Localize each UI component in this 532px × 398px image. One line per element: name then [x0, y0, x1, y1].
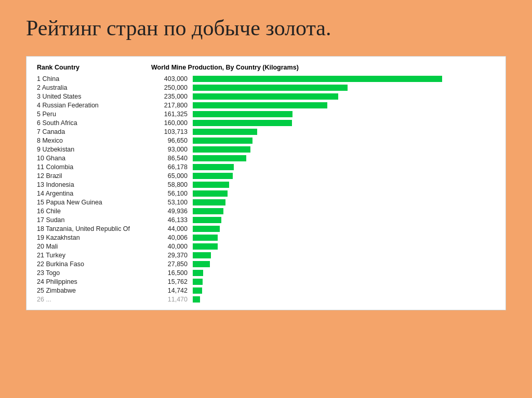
- table-row: 4 Russian Federation 217,800: [35, 101, 497, 109]
- value-cell: 53,100: [149, 198, 191, 207]
- bar-visual: [193, 270, 203, 276]
- bar-cell: [191, 198, 497, 207]
- rank-country-cell: 18 Tanzania, United Republic Of: [35, 224, 149, 233]
- bar-visual: [193, 287, 202, 294]
- bar-cell: [191, 127, 497, 136]
- bar-visual: [193, 164, 234, 170]
- value-cell: 44,000: [149, 224, 191, 233]
- bar-visual: [193, 279, 203, 285]
- table-row: 19 Kazakhstan 40,006: [35, 233, 497, 242]
- value-cell: 160,000: [149, 118, 191, 127]
- bar-cell: [191, 189, 497, 198]
- bar-cell: [191, 268, 497, 277]
- rank-country-cell: 24 Philippines: [35, 277, 149, 286]
- bar-cell: [191, 224, 497, 233]
- value-cell: 15,762: [149, 277, 191, 286]
- rank-country-cell: 6 South Africa: [35, 118, 149, 127]
- bar-visual: [193, 102, 327, 108]
- bar-visual: [193, 85, 348, 91]
- value-cell: 40,006: [149, 233, 191, 242]
- rank-country-cell: 8 Mexico: [35, 136, 149, 145]
- bar-visual: [193, 120, 292, 126]
- bar-visual: [193, 182, 229, 188]
- rank-country-cell: 16 Chile: [35, 207, 149, 215]
- data-table-container: Rank Country World Mine Production, By C…: [26, 56, 506, 310]
- value-cell: 103,713: [149, 127, 191, 136]
- value-cell: 96,650: [149, 136, 191, 145]
- table-row: 7 Canada 103,713: [35, 127, 497, 136]
- rank-country-cell: 26 ...: [35, 295, 149, 304]
- gold-production-table: Rank Country World Mine Production, By C…: [35, 63, 497, 304]
- bar-visual: [193, 129, 257, 135]
- rank-country-cell: 19 Kazakhstan: [35, 233, 149, 242]
- value-cell: 66,178: [149, 162, 191, 171]
- value-cell: 93,000: [149, 145, 191, 154]
- rank-country-cell: 7 Canada: [35, 127, 149, 136]
- bar-cell: [191, 154, 497, 162]
- col-rank-country-header: Rank Country: [35, 63, 149, 74]
- rank-country-cell: 12 Brazil: [35, 171, 149, 180]
- bar-cell: [191, 171, 497, 180]
- page-title: Рейтинг стран по добыче золота.: [26, 16, 506, 40]
- bar-cell: [191, 233, 497, 242]
- value-cell: 14,742: [149, 286, 191, 295]
- table-row: 16 Chile 49,936: [35, 207, 497, 215]
- bar-cell: [191, 109, 497, 118]
- bar-visual: [193, 252, 211, 258]
- table-row: 21 Turkey 29,370: [35, 251, 497, 259]
- value-cell: 40,000: [149, 242, 191, 251]
- bar-visual: [193, 146, 250, 153]
- value-cell: 29,370: [149, 251, 191, 259]
- table-row: 14 Argentina 56,100: [35, 189, 497, 198]
- rank-country-cell: 9 Uzbekistan: [35, 145, 149, 154]
- rank-country-cell: 11 Colombia: [35, 162, 149, 171]
- rank-country-cell: 21 Turkey: [35, 251, 149, 259]
- table-row: 22 Burkina Faso 27,850: [35, 259, 497, 268]
- bar-cell: [191, 101, 497, 109]
- bar-cell: [191, 251, 497, 259]
- table-row: 5 Peru 161,325: [35, 109, 497, 118]
- value-cell: 49,936: [149, 207, 191, 215]
- bar-cell: [191, 242, 497, 251]
- bar-visual: [193, 138, 252, 144]
- bar-cell: [191, 136, 497, 145]
- bar-visual: [193, 261, 210, 267]
- bar-visual: [193, 93, 338, 100]
- col-production-header: World Mine Production, By Country (Kilog…: [149, 63, 497, 74]
- rank-country-cell: 20 Mali: [35, 242, 149, 251]
- rank-country-cell: 3 United States: [35, 92, 149, 101]
- value-cell: 46,133: [149, 215, 191, 224]
- bar-cell: [191, 162, 497, 171]
- bar-visual: [193, 76, 442, 82]
- bar-cell: [191, 215, 497, 224]
- value-cell: 11,470: [149, 295, 191, 304]
- bar-visual: [193, 296, 200, 303]
- bar-cell: [191, 295, 497, 304]
- bar-cell: [191, 92, 497, 101]
- table-row: 12 Brazil 65,000: [35, 171, 497, 180]
- bar-visual: [193, 217, 221, 223]
- table-row: 25 Zimbabwe 14,742: [35, 286, 497, 295]
- rank-country-cell: 23 Togo: [35, 268, 149, 277]
- bar-cell: [191, 286, 497, 295]
- value-cell: 56,100: [149, 189, 191, 198]
- bar-cell: [191, 74, 497, 83]
- table-row: 9 Uzbekistan 93,000: [35, 145, 497, 154]
- rank-country-cell: 2 Australia: [35, 83, 149, 92]
- table-row-partial: 26 ... 11,470: [35, 295, 497, 304]
- bar-visual: [193, 226, 220, 232]
- rank-country-cell: 15 Papua New Guinea: [35, 198, 149, 207]
- rank-country-cell: 25 Zimbabwe: [35, 286, 149, 295]
- bar-visual: [193, 208, 223, 214]
- value-cell: 403,000: [149, 74, 191, 83]
- rank-country-cell: 14 Argentina: [35, 189, 149, 198]
- bar-cell: [191, 180, 497, 189]
- table-row: 18 Tanzania, United Republic Of 44,000: [35, 224, 497, 233]
- bar-visual: [193, 111, 292, 117]
- bar-cell: [191, 259, 497, 268]
- table-row: 8 Mexico 96,650: [35, 136, 497, 145]
- rank-country-cell: 10 Ghana: [35, 154, 149, 162]
- table-row: 2 Australia 250,000: [35, 83, 497, 92]
- value-cell: 16,500: [149, 268, 191, 277]
- table-row: 23 Togo 16,500: [35, 268, 497, 277]
